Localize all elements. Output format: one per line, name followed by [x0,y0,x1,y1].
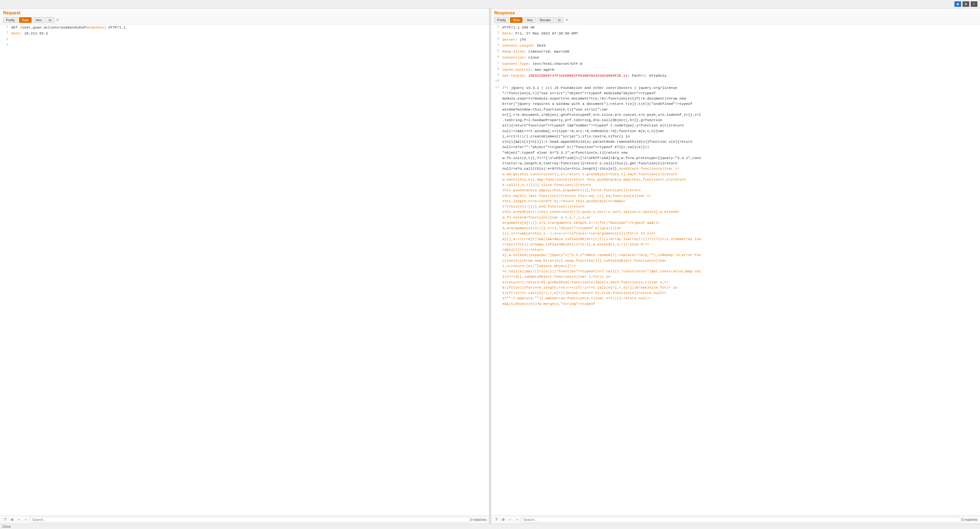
resp-num-9: 9 [491,73,501,78]
response-render-btn[interactable]: Render [537,17,554,23]
request-line-4: 4 [0,43,489,48]
response-content: 1 HTTP/1.1 200 OK 2 Date: Fri, 27 May 20… [491,24,980,515]
request-line-1: 1 GET /user_guan.actions/asdaasdsdsd?asd… [0,24,489,30]
resp-content-10 [501,78,980,84]
line-num-4: 4 [0,43,10,48]
resp-content-6: Connection: close [501,54,980,61]
resp-line-1: 1 HTTP/1.1 200 OK [491,24,980,30]
resp-line-3: 3 Server: jfe [491,37,980,43]
request-toolbar: Pretty Raw Hex \n ≡ [3,17,486,23]
request-pretty-btn[interactable]: Pretty [3,17,18,23]
request-raw-btn[interactable]: Raw [19,17,32,23]
resp-num-1: 1 [491,24,501,30]
response-raw-btn[interactable]: Raw [510,17,523,23]
response-help-icon[interactable]: ? [494,517,500,523]
resp-num-4: 4 [491,43,501,48]
line-num-2: 2 [0,30,10,36]
request-title: Request [3,10,486,15]
resp-content-11: /*! jQuery v3.3.1 | (c) JS Foundation an… [501,85,980,307]
line-num-1: 1 [0,24,10,30]
response-title: Response [495,10,977,15]
resp-num-10: 10 [491,78,501,84]
request-settings-icon[interactable]: ⚙ [10,517,15,523]
resp-num-8: 8 [491,67,501,73]
resp-num-6: 6 [491,54,501,61]
resp-num-11: 11 [491,85,501,307]
resp-num-5: 5 [491,48,501,54]
response-code: 1 HTTP/1.1 200 OK 2 Date: Fri, 27 May 20… [491,24,980,307]
resp-content-1: HTTP/1.1 200 OK [501,24,980,30]
line-content-2: Host: 10.211.55.2 [10,30,489,36]
resp-line-6: 6 Connection: close [491,54,980,61]
line-num-3: 3 [0,37,10,43]
resp-line-9: 9 Set-Cookie: JSESSIONID=47F31E60062F593… [491,73,980,78]
request-line-3: 3 [0,37,489,43]
top-bar: ▦ ▤ ✕ [0,0,980,8]
response-header: Response Pretty Raw Hex Render \n ≡ [491,8,980,24]
response-newline-btn[interactable]: \n [555,17,563,23]
response-panel: Response Pretty Raw Hex Render \n ≡ 1 HT… [491,8,980,524]
resp-line-7: 7 Content-Type: text/html;charset=UTF-8 [491,61,980,67]
resp-line-2: 2 Date: Fri, 27 May 2022 07:30:50 GMT [491,30,980,36]
response-footer: ? ⚙ ← → 0 matches [491,515,980,524]
split-vertical-icon[interactable]: ▤ [963,1,969,7]
resp-line-8: 8 Cache-Control: max-age=0 [491,67,980,73]
resp-content-8: Cache-Control: max-age=0 [501,67,980,73]
request-search-input[interactable] [30,517,469,523]
request-footer: ? ⚙ ← → 0 matches [0,515,489,524]
response-toolbar: Pretty Raw Hex Render \n ≡ [495,17,977,23]
resp-num-7: 7 [491,61,501,67]
response-match-count: 0 matches [961,518,977,521]
resp-content-5: Keep-Alive: timeout=10, max=100 [501,48,980,54]
request-help-icon[interactable]: ? [3,517,8,523]
request-panel: Request Pretty Raw Hex \n ≡ 1 GET /user_… [0,8,489,524]
resp-content-7: Content-Type: text/html;charset=UTF-8 [501,61,980,67]
resp-num-3: 3 [491,37,501,43]
request-forward-icon[interactable]: → [23,517,29,523]
resp-content-2: Date: Fri, 27 May 2022 07:30:50 GMT [501,30,980,36]
split-horizontal-icon[interactable]: ▦ [955,1,961,7]
response-hex-btn[interactable]: Hex [524,17,536,23]
response-forward-icon[interactable]: → [514,517,520,523]
request-back-icon[interactable]: ← [16,517,22,523]
request-newline-btn[interactable]: \n [46,17,54,23]
resp-line-4: 4 Content-Length: 5543 [491,43,980,48]
resp-line-5: 5 Keep-Alive: timeout=10, max=100 [491,48,980,54]
line-content-4 [10,43,489,48]
line-content-3 [10,37,489,43]
resp-line-11: 11 /*! jQuery v3.3.1 | (c) JS Foundation… [491,85,980,307]
response-back-icon[interactable]: ← [508,517,513,523]
request-hex-btn[interactable]: Hex [33,17,45,23]
request-content: 1 GET /user_guan.actions/asdaasdsdsd?asd… [0,24,489,515]
resp-content-9: Set-Cookie: JSESSIONID=47F31E60062F5930E… [501,73,980,78]
resp-line-10: 10 [491,78,980,84]
response-search-input[interactable] [521,517,961,523]
status-text: Done [3,524,11,528]
resp-content-3: Server: jfe [501,37,980,43]
response-pretty-btn[interactable]: Pretty [495,17,509,23]
request-match-count: 0 matches [471,518,487,521]
line-content-1: GET /user_guan.actions/asdaasdsdsd?asdas… [10,24,489,30]
response-settings-icon[interactable]: ⚙ [501,517,506,523]
resp-content-4: Content-Length: 5543 [501,43,980,48]
request-menu-icon[interactable]: ≡ [56,18,59,22]
response-menu-icon[interactable]: ≡ [565,18,568,22]
main-panels: Request Pretty Raw Hex \n ≡ 1 GET /user_… [0,8,980,524]
request-line-2: 2 Host: 10.211.55.2 [0,30,489,36]
resp-num-2: 2 [491,30,501,36]
close-panel-icon[interactable]: ✕ [970,1,977,7]
request-code: 1 GET /user_guan.actions/asdaasdsdsd?asd… [0,24,489,48]
request-header: Request Pretty Raw Hex \n ≡ [0,8,489,24]
status-bar: Done [0,524,980,529]
